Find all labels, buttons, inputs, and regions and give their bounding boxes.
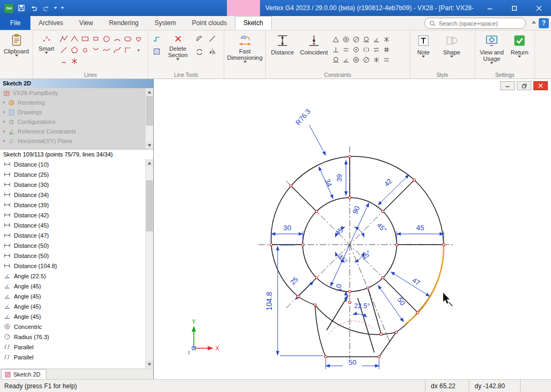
circle-tool-icon[interactable] [101, 33, 112, 44]
double-arc-icon[interactable] [194, 46, 204, 57]
return-button[interactable]: Return [507, 32, 532, 59]
tab-rendering[interactable]: Rendering [101, 16, 146, 30]
small-arc-tool-icon[interactable] [58, 56, 69, 67]
chevron-right-icon[interactable] [3, 111, 5, 114]
fast-dimensioning-button[interactable]: Fast Dimensioning [227, 32, 263, 64]
app-logo-icon[interactable]: G4 [4, 4, 13, 13]
doc-minimize-button[interactable] [500, 81, 515, 90]
horizontal2-constraint-icon[interactable] [381, 54, 391, 65]
list-item[interactable]: Angle (22.5) [0, 271, 153, 281]
ellipse-tool-icon[interactable] [122, 33, 133, 44]
chevron-right-icon[interactable] [3, 139, 5, 143]
sketch-geometry[interactable] [271, 156, 444, 357]
help-button[interactable]: ? [539, 18, 549, 28]
concentric-constraint-icon[interactable] [341, 34, 351, 44]
small-circle-tool-icon[interactable] [80, 44, 90, 56]
list-item[interactable]: Angle (45) [0, 301, 153, 311]
search-box[interactable] [424, 18, 526, 29]
tab-file[interactable]: File [0, 16, 30, 30]
polyline-tool-icon[interactable] [58, 33, 69, 44]
construction-star-tool-icon[interactable] [69, 56, 80, 67]
close-button[interactable] [526, 0, 551, 16]
perpendicular-constraint-icon[interactable] [330, 44, 341, 54]
doc-close-button[interactable] [533, 81, 548, 90]
tangent2-constraint-icon[interactable] [330, 54, 341, 65]
tangent-constraint-icon[interactable] [361, 34, 371, 44]
grid-constraint-icon[interactable] [381, 44, 391, 54]
tree-item-reference-constraints[interactable]: Reference Constraints [0, 127, 153, 136]
equal-constraint-icon[interactable] [371, 44, 381, 54]
distance-constraint-button[interactable]: Distance [267, 32, 297, 57]
shape-button[interactable]: Shape [435, 32, 468, 59]
list-item[interactable]: Distance (104.8) [0, 261, 153, 271]
sketch-drawing[interactable]: R76.3 34 39 42 90 30 45 45° 45° 45° 45° … [154, 79, 551, 379]
fix-constraint-icon[interactable] [381, 34, 391, 44]
concentric2-constraint-icon[interactable] [351, 54, 361, 65]
list-item[interactable]: Concentric [0, 322, 153, 332]
list-item[interactable]: Distance (10) [0, 159, 153, 169]
vertex-points[interactable] [270, 155, 445, 358]
diagonal-line-icon[interactable] [207, 33, 217, 44]
tab-archives[interactable]: Archives [30, 16, 71, 30]
search-input[interactable] [439, 20, 521, 27]
tree-item-part[interactable]: VX28-PumpBody [0, 88, 153, 98]
list-item[interactable]: Angle (45) [0, 311, 153, 322]
mirror-icon[interactable] [207, 46, 217, 57]
list-item[interactable]: Parallel [0, 342, 153, 352]
closed-spline-tool-icon[interactable] [133, 33, 144, 44]
maximize-button[interactable] [502, 0, 526, 16]
angle2-constraint-icon[interactable] [341, 54, 351, 65]
note-button[interactable]: Note [412, 32, 435, 59]
arc-chord-icon[interactable] [194, 33, 204, 44]
curve-tool-icon[interactable] [101, 44, 112, 56]
symmetric-constraint-icon[interactable] [361, 44, 371, 54]
tab-view[interactable]: View [71, 16, 101, 30]
arc-down-tool-icon[interactable] [90, 44, 101, 56]
save-icon[interactable] [17, 4, 26, 12]
tab-sketch-2d[interactable]: Sketch 2D [1, 369, 46, 379]
delete-section-button[interactable]: Delete Section [163, 32, 193, 61]
scroll-up-icon[interactable] [146, 88, 153, 96]
hatch-icon[interactable] [151, 46, 162, 57]
list-item[interactable]: Distance (25) [0, 169, 153, 179]
customize-toolbar-icon[interactable] [61, 7, 64, 9]
rectangle-tool-icon[interactable] [80, 33, 90, 44]
tree-item-drawings[interactable]: Drawings [0, 107, 153, 117]
list-item[interactable]: Distance (50) [0, 250, 153, 261]
small-rectangle-tool-icon[interactable] [90, 33, 101, 44]
tree-item-configurations[interactable]: Configurations [0, 117, 153, 127]
tab-sketch[interactable]: Sketch [235, 16, 272, 30]
highlighted-arc[interactable] [405, 245, 444, 325]
list-item[interactable]: Distance (45) [0, 220, 153, 230]
chevron-right-icon[interactable] [3, 130, 5, 133]
doc-restore-button[interactable] [517, 81, 531, 90]
line-tool-icon[interactable] [58, 44, 69, 56]
center-point-constraint-icon[interactable] [351, 44, 361, 54]
chevron-right-icon[interactable] [3, 120, 5, 123]
list-item[interactable]: Distance (50) [0, 240, 153, 250]
tab-point-clouds[interactable]: Point clouds [184, 16, 235, 30]
clipboard-button[interactable]: Clipboard [3, 32, 30, 58]
spline-tool-icon[interactable] [112, 44, 122, 56]
list-item[interactable]: Angle (45) [0, 281, 153, 291]
zigzag-line-tool-icon[interactable] [69, 33, 80, 44]
triangle-constraint-icon[interactable] [330, 34, 341, 44]
list-item[interactable]: Distance (42) [0, 210, 153, 220]
redo-dropdown-icon[interactable] [54, 7, 57, 9]
scroll-thumb[interactable] [146, 181, 153, 231]
volute-outline[interactable] [271, 156, 444, 357]
slash2-constraint-icon[interactable] [361, 54, 371, 65]
list-item[interactable]: Distance (47) [0, 230, 153, 240]
polygon-tool-icon[interactable] [69, 44, 80, 56]
scroll-down-icon[interactable] [146, 360, 153, 368]
fix2-constraint-icon[interactable] [371, 54, 381, 65]
list-item[interactable]: Parallel [0, 352, 153, 362]
scroll-down-icon[interactable] [146, 142, 153, 149]
section-line-icon[interactable] [151, 33, 162, 44]
sketch-canvas[interactable]: R76.3 34 39 42 90 30 45 45° 45° 45° 45° … [154, 79, 551, 379]
redo-icon[interactable] [42, 4, 50, 12]
tree-item-rendering[interactable]: Rendering [0, 98, 153, 107]
chevron-right-icon[interactable] [3, 101, 5, 104]
tree-scrollbar[interactable] [145, 88, 153, 149]
arc-tool-icon[interactable] [112, 33, 122, 44]
